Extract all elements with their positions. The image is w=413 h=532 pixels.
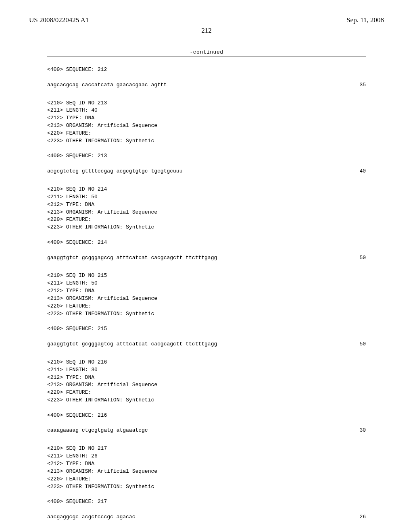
descriptor-line: <210> SEQ ID NO 214: [47, 186, 366, 193]
page-container: US 2008/0220425 A1 Sep. 11, 2008 212 -co…: [0, 0, 413, 532]
descriptor-line: <223> OTHER INFORMATION: Synthetic: [47, 397, 366, 404]
descriptor-line: <400> SEQUENCE: 212: [47, 66, 366, 74]
sequence-length: 30: [343, 427, 366, 434]
descriptor-line: <223> OTHER INFORMATION: Synthetic: [47, 483, 366, 491]
sequence-line: aagcacgcag caccatcata gaacacgaac agttt35: [47, 81, 366, 89]
descriptor-line: [47, 404, 366, 412]
spacer-line: [47, 420, 366, 427]
descriptor-line: <220> FEATURE:: [47, 216, 366, 224]
spacer-line: [47, 74, 366, 81]
descriptor-line: <211> LENGTH: 30: [47, 366, 366, 374]
sequence-line: caaagaaaag ctgcgtgatg atgaaatcgc30: [47, 427, 366, 434]
descriptor-line: <210> SEQ ID NO 217: [47, 445, 366, 453]
sequence-length: 50: [343, 254, 366, 262]
sequence-line: gaaggtgtct gcgggagtcg atttcatcat cacgcag…: [47, 341, 366, 348]
sequence-line: acgcgtctcg gttttccgag acgcgtgtgc tgcgtgc…: [47, 168, 366, 175]
header: US 2008/0220425 A1 Sep. 11, 2008: [29, 16, 384, 24]
descriptor-line: [47, 231, 366, 239]
sequence-text: aacgaggcgc acgctcccgc agacac: [47, 513, 343, 521]
descriptor-line: <210> SEQ ID NO 216: [47, 359, 366, 366]
spacer-line: [47, 506, 366, 513]
descriptor-line: <211> LENGTH: 50: [47, 193, 366, 201]
descriptor-line: [47, 145, 366, 153]
continued-label: -continued: [29, 49, 384, 55]
descriptor-line: <212> TYPE: DNA: [47, 114, 366, 122]
descriptor-line: <400> SEQUENCE: 215: [47, 325, 366, 333]
sequence-entry: <210> SEQ ID NO 216<211> LENGTH: 30<212>…: [47, 359, 366, 434]
sequence-line: aacgaggcgc acgctcccgc agacac26: [47, 513, 366, 521]
top-rule: [47, 56, 366, 56]
sequence-length: 26: [343, 513, 366, 521]
descriptor-line: <210> SEQ ID NO 213: [47, 100, 366, 107]
descriptor-line: <213> ORGANISM: Artificial Sequence: [47, 381, 366, 389]
descriptor-line: <213> ORGANISM: Artificial Sequence: [47, 122, 366, 130]
publication-date: Sep. 11, 2008: [346, 16, 384, 24]
descriptor-line: [47, 318, 366, 325]
sequence-line: gaaggtgtct gcgggagccg atttcatcat cacgcag…: [47, 254, 366, 262]
spacer-line: [47, 247, 366, 254]
descriptor-line: <400> SEQUENCE: 217: [47, 498, 366, 506]
descriptor-line: <213> ORGANISM: Artificial Sequence: [47, 295, 366, 303]
sequence-text: aagcacgcag caccatcata gaacacgaac agttt: [47, 81, 343, 89]
descriptor-line: <210> SEQ ID NO 215: [47, 272, 366, 280]
descriptor-line: <213> ORGANISM: Artificial Sequence: [47, 209, 366, 216]
sequence-text: caaagaaaag ctgcgtgatg atgaaatcgc: [47, 427, 343, 434]
descriptor-line: <400> SEQUENCE: 216: [47, 412, 366, 420]
descriptor-line: <220> FEATURE:: [47, 389, 366, 397]
descriptor-line: <223> OTHER INFORMATION: Synthetic: [47, 137, 366, 145]
descriptor-line: <211> LENGTH: 50: [47, 280, 366, 287]
descriptor-line: <212> TYPE: DNA: [47, 287, 366, 295]
sequence-text: acgcgtctcg gttttccgag acgcgtgtgc tgcgtgc…: [47, 168, 343, 175]
sequence-length: 40: [343, 168, 366, 175]
sequence-entry: <210> SEQ ID NO 217<211> LENGTH: 26<212>…: [47, 445, 366, 521]
sequence-listing: <400> SEQUENCE: 212 aagcacgcag caccatcat…: [47, 66, 366, 532]
descriptor-line: <212> TYPE: DNA: [47, 374, 366, 382]
descriptor-line: <220> FEATURE:: [47, 130, 366, 137]
descriptor-line: <223> OTHER INFORMATION: Synthetic: [47, 224, 366, 231]
descriptor-line: <220> FEATURE:: [47, 303, 366, 310]
sequence-entry: <210> SEQ ID NO 214<211> LENGTH: 50<212>…: [47, 186, 366, 262]
descriptor-line: <223> OTHER INFORMATION: Synthetic: [47, 310, 366, 318]
publication-number: US 2008/0220425 A1: [29, 16, 89, 24]
descriptor-line: <400> SEQUENCE: 213: [47, 152, 366, 160]
descriptor-line: <400> SEQUENCE: 214: [47, 239, 366, 247]
descriptor-line: <211> LENGTH: 40: [47, 107, 366, 114]
page-number: 212: [29, 27, 384, 35]
sequence-length: 50: [343, 341, 366, 348]
descriptor-line: <212> TYPE: DNA: [47, 460, 366, 468]
sequence-length: 35: [343, 81, 366, 89]
descriptor-line: <220> FEATURE:: [47, 476, 366, 483]
sequence-entry: <210> SEQ ID NO 215<211> LENGTH: 50<212>…: [47, 272, 366, 348]
descriptor-line: <213> ORGANISM: Artificial Sequence: [47, 468, 366, 476]
sequence-text: gaaggtgtct gcgggagtcg atttcatcat cacgcag…: [47, 341, 343, 348]
sequence-entry: <210> SEQ ID NO 213<211> LENGTH: 40<212>…: [47, 100, 366, 175]
descriptor-line: <211> LENGTH: 26: [47, 453, 366, 460]
spacer-line: [47, 160, 366, 168]
spacer-line: [47, 333, 366, 341]
sequence-entry: <400> SEQUENCE: 212 aagcacgcag caccatcat…: [47, 66, 366, 89]
sequence-text: gaaggtgtct gcgggagccg atttcatcat cacgcag…: [47, 254, 343, 262]
descriptor-line: [47, 490, 366, 498]
descriptor-line: <212> TYPE: DNA: [47, 201, 366, 209]
